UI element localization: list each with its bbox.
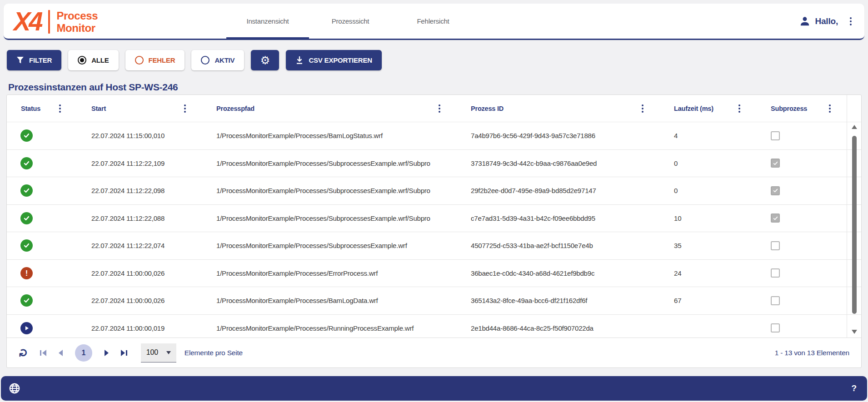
subprocess-cell <box>748 213 838 223</box>
kebab-menu-icon[interactable] <box>640 103 645 114</box>
greeting-text: Hallo, <box>815 16 838 26</box>
path-cell: 1/ProcessMonitorExample/Processes/BamLog… <box>194 297 448 304</box>
check-icon <box>23 187 30 194</box>
table-row[interactable]: 22.07.2024 11:00:00,026 1/ProcessMonitor… <box>7 287 861 315</box>
logo-divider <box>48 10 50 34</box>
check-icon <box>773 160 778 166</box>
status-success-icon <box>20 212 33 224</box>
subprocess-cell <box>748 131 838 140</box>
table-row[interactable]: 22.07.2024 11:12:22,074 1/ProcessMonitor… <box>7 232 861 260</box>
runtime-cell: 4 <box>651 132 748 139</box>
status-cell <box>14 322 69 334</box>
page-size-label: Elemente pro Seite <box>185 349 243 357</box>
kebab-menu-icon[interactable] <box>828 103 832 114</box>
kebab-menu-icon <box>850 17 852 25</box>
tab-prozesssicht[interactable]: Prozesssicht <box>309 4 392 39</box>
subprocess-checkbox[interactable] <box>771 186 780 195</box>
subprocess-cell <box>748 268 838 278</box>
status-cell <box>14 184 69 197</box>
globe-icon[interactable] <box>9 382 20 394</box>
csv-export-button[interactable]: CSV EXPORTIEREN <box>286 50 382 70</box>
check-icon <box>23 132 30 139</box>
status-cell <box>14 157 69 169</box>
subprocess-checkbox[interactable] <box>771 131 780 140</box>
table-row[interactable]: 22.07.2024 11:15:00,010 1/ProcessMonitor… <box>7 122 861 150</box>
path-cell: 1/ProcessMonitorExample/Processes/Subpro… <box>194 242 448 249</box>
status-error-icon: ! <box>20 267 33 279</box>
process-id-cell: 7a4b97b6-9c56-429f-9d43-9a57c3e71886 <box>448 132 651 139</box>
refresh-icon[interactable]: ↺ <box>18 348 29 357</box>
gear-icon: ⚙ <box>260 55 270 66</box>
scrollbar-thumb[interactable] <box>852 136 857 314</box>
start-cell: 22.07.2024 11:12:22,088 <box>69 214 194 222</box>
start-cell: 22.07.2024 11:12:22,074 <box>69 242 194 249</box>
subprocess-cell <box>748 323 838 333</box>
prev-page-icon[interactable] <box>59 350 63 356</box>
start-cell: 22.07.2024 11:00:00,026 <box>69 297 194 304</box>
table-header-row: Status Start Prozesspfad Prozess ID Lauf… <box>7 95 861 122</box>
help-button[interactable]: ? <box>849 383 859 393</box>
subprocess-checkbox[interactable] <box>771 268 780 278</box>
runtime-cell: 24 <box>651 269 748 277</box>
kebab-menu-icon[interactable] <box>183 103 187 114</box>
process-instances-table: Status Start Prozesspfad Prozess ID Lauf… <box>6 94 862 368</box>
table-row[interactable]: 22.07.2024 11:12:22,109 1/ProcessMonitor… <box>7 150 861 178</box>
filter-aktiv-button[interactable]: AKTIV <box>191 50 244 70</box>
path-cell: 1/ProcessMonitorExample/Processes/BamLog… <box>194 132 448 139</box>
status-cell <box>14 129 69 142</box>
chevron-down-icon <box>166 351 171 354</box>
header-menu-button[interactable] <box>848 15 853 27</box>
subprocess-cell <box>748 296 838 305</box>
funnel-icon <box>16 56 24 64</box>
path-cell: 1/ProcessMonitorExample/Processes/ErrorP… <box>194 269 448 277</box>
check-icon <box>23 160 30 167</box>
kebab-menu-icon[interactable] <box>58 103 62 114</box>
current-page-button[interactable]: 1 <box>75 344 92 362</box>
pager-controls: 1 <box>40 344 127 362</box>
subprocess-checkbox[interactable] <box>771 323 780 333</box>
column-header-prozess-id: Prozess ID <box>448 95 651 122</box>
start-cell: 22.07.2024 11:12:22,109 <box>69 159 194 167</box>
settings-button[interactable]: ⚙ <box>251 50 279 70</box>
runtime-cell: 0 <box>651 159 748 167</box>
range-label: 1 - 13 von 13 Elementen <box>775 349 849 357</box>
radio-outline-icon <box>135 56 144 65</box>
column-header-start: Start <box>69 95 194 122</box>
column-header-status: Status <box>14 95 69 122</box>
table-row[interactable]: 22.07.2024 11:12:22,098 1/ProcessMonitor… <box>7 177 861 205</box>
subprocess-cell <box>748 159 838 168</box>
table-row[interactable]: 22.07.2024 11:12:22,088 1/ProcessMonitor… <box>7 205 861 233</box>
table-row[interactable]: 22.07.2024 11:00:00,019 1/ProcessMonitor… <box>7 315 861 339</box>
runtime-cell: 0 <box>651 187 748 194</box>
last-page-icon[interactable] <box>121 350 127 356</box>
page-size-select[interactable]: 100 <box>141 343 176 362</box>
subprocess-checkbox[interactable] <box>771 241 780 250</box>
subprocess-checkbox[interactable] <box>771 296 780 305</box>
path-cell: 1/ProcessMonitorExample/Processes/Subpro… <box>194 214 448 222</box>
status-running-icon <box>20 322 33 334</box>
start-cell: 22.07.2024 11:15:00,010 <box>69 132 194 139</box>
process-id-cell: 365143a2-8fce-49aa-bcc6-df21f162df6f <box>448 297 651 304</box>
first-page-icon[interactable] <box>40 350 46 356</box>
status-cell <box>14 294 69 307</box>
kebab-menu-icon[interactable] <box>737 103 742 114</box>
subprocess-cell <box>748 241 838 250</box>
table-row[interactable]: ! 22.07.2024 11:00:00,026 1/ProcessMonit… <box>7 260 861 288</box>
toolbar: FILTER ALLE FEHLER AKTIV ⚙ CSV EXPORTIER… <box>7 50 382 70</box>
filter-alle-button[interactable]: ALLE <box>68 50 118 70</box>
filter-fehler-button[interactable]: FEHLER <box>125 50 185 70</box>
tab-fehlersicht[interactable]: Fehlersicht <box>392 4 474 39</box>
kebab-menu-icon[interactable] <box>437 103 442 114</box>
subprocess-checkbox[interactable] <box>771 213 780 223</box>
scroll-down-arrow-icon[interactable] <box>852 330 857 334</box>
subprocess-checkbox[interactable] <box>771 159 780 168</box>
tab-instanzensicht[interactable]: Instanzensicht <box>226 4 309 39</box>
vertical-scrollbar[interactable] <box>851 124 858 335</box>
next-page-icon[interactable] <box>105 350 109 356</box>
app-logo: X4 Process Monitor <box>14 9 98 35</box>
person-icon <box>799 15 811 27</box>
check-icon <box>23 297 30 304</box>
scroll-up-arrow-icon[interactable] <box>852 125 857 129</box>
filter-button[interactable]: FILTER <box>7 50 61 70</box>
radio-selected-icon <box>78 56 86 65</box>
